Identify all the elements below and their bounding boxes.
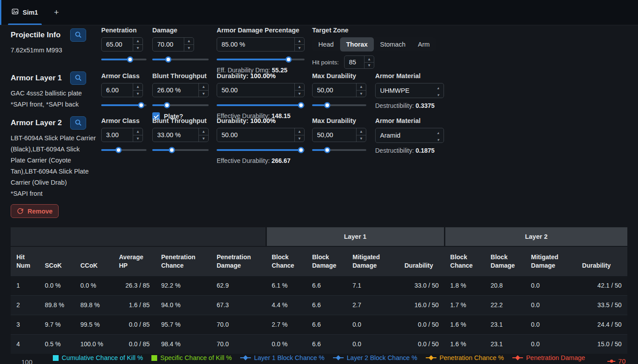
layer2-max-durability-input[interactable]: 50,00 bbox=[312, 128, 366, 142]
cell: 98.4 % bbox=[155, 334, 211, 354]
layer2-durability-spinner[interactable] bbox=[294, 128, 304, 142]
layer2-armor-class-slider[interactable] bbox=[101, 146, 147, 153]
cell: 4.4 % bbox=[266, 295, 306, 315]
col-l2-mitigated-damage: Mitigated Damage bbox=[525, 246, 576, 276]
layer2-armor-class-input[interactable]: 3.00 bbox=[101, 128, 143, 142]
damage-label: Damage bbox=[152, 27, 209, 35]
remove-layer2-button[interactable]: Remove bbox=[11, 204, 59, 218]
layer1-durability-slider[interactable] bbox=[217, 102, 305, 108]
slider-thumb[interactable] bbox=[285, 56, 292, 63]
armor-damage-slider[interactable] bbox=[217, 56, 305, 63]
layer2-material-select[interactable]: Aramid bbox=[375, 128, 444, 143]
layer1-armor-class-input[interactable]: 6.00 bbox=[101, 83, 143, 97]
layer1-search-button[interactable] bbox=[70, 71, 86, 85]
layer2-blunt-spinner[interactable] bbox=[198, 128, 208, 142]
slider-thumb[interactable] bbox=[164, 102, 170, 108]
zone-head-button[interactable]: Head bbox=[312, 37, 340, 51]
layer1-durability-value[interactable]: 50.00 bbox=[217, 83, 294, 97]
legend-item-layer2-block[interactable]: Layer 2 Block Chance % bbox=[333, 354, 417, 361]
armor-damage-spinner[interactable] bbox=[294, 38, 304, 51]
slider-thumb[interactable] bbox=[115, 147, 122, 153]
legend-square-marker bbox=[53, 355, 59, 361]
slider-thumb[interactable] bbox=[138, 102, 144, 108]
tab-bar: Sim1 + bbox=[0, 0, 638, 25]
layer2-blunt-label: Blunt Throughput bbox=[152, 117, 209, 125]
layer2-max-durability-slider[interactable] bbox=[312, 146, 366, 153]
layer1-blunt-spinner[interactable] bbox=[198, 83, 208, 97]
layer1-blunt-input[interactable]: 26.00 % bbox=[152, 83, 209, 97]
layer1-max-durability-input[interactable]: 50,00 bbox=[312, 83, 366, 97]
hit-points-spinner[interactable] bbox=[364, 56, 374, 68]
layer2-armor-class-spinner[interactable] bbox=[133, 128, 143, 142]
slider-thumb[interactable] bbox=[127, 56, 133, 63]
chart-legend: Cumulative Chance of Kill % Specific Cha… bbox=[0, 354, 638, 361]
tab-sim1[interactable]: Sim1 bbox=[7, 0, 43, 25]
layer1-blunt-value[interactable]: 26.00 % bbox=[153, 83, 198, 97]
layer1-max-durability-slider[interactable] bbox=[312, 102, 366, 108]
penetration-value[interactable]: 65.00 bbox=[102, 38, 133, 51]
layer2-armor-class-value[interactable]: 3.00 bbox=[102, 128, 133, 142]
damage-spinner[interactable] bbox=[184, 38, 194, 51]
spin-down-icon bbox=[199, 135, 208, 142]
cell: 1.7 % bbox=[444, 295, 485, 315]
spin-up-icon bbox=[357, 128, 366, 135]
legend-label: Penetration Chance % bbox=[440, 354, 504, 361]
destructibility-value: 0.1875 bbox=[416, 147, 435, 154]
hit-points-label: Hit points: bbox=[312, 59, 339, 66]
layer1-durability-spinner[interactable] bbox=[294, 83, 304, 97]
layer1-blunt-slider[interactable] bbox=[152, 102, 209, 108]
slider-thumb[interactable] bbox=[298, 102, 304, 108]
damage-value[interactable]: 70.00 bbox=[153, 38, 184, 51]
legend-item-penetration-chance[interactable]: Penetration Chance % bbox=[426, 354, 504, 361]
spin-down-icon bbox=[357, 91, 366, 97]
zone-arm-button[interactable]: Arm bbox=[412, 37, 436, 51]
slider-thumb[interactable] bbox=[298, 147, 304, 153]
slider-thumb[interactable] bbox=[324, 147, 330, 153]
armor-damage-value[interactable]: 85.00 % bbox=[217, 38, 294, 51]
legend-item-cumulative-kill[interactable]: Cumulative Chance of Kill % bbox=[53, 354, 143, 361]
slider-thumb[interactable] bbox=[169, 147, 175, 153]
layer1-armor-class-slider[interactable] bbox=[101, 102, 147, 108]
armor-layer2-header: Armor Layer 2 bbox=[11, 116, 96, 130]
hit-points-value[interactable]: 85 bbox=[345, 56, 364, 68]
layer1-max-durability-value[interactable]: 50,00 bbox=[313, 83, 356, 97]
damage-input[interactable]: 70.00 bbox=[152, 37, 194, 51]
layer1-material-select[interactable]: UHMWPE bbox=[375, 83, 444, 98]
select-arrows-icon bbox=[437, 83, 439, 98]
armor-damage-input[interactable]: 85.00 % bbox=[217, 37, 305, 51]
layer1-armor-class-spinner[interactable] bbox=[133, 83, 143, 97]
layer2-max-durability-value[interactable]: 50,00 bbox=[313, 128, 356, 142]
layer2-max-durability-spinner[interactable] bbox=[356, 128, 366, 142]
add-tab-button[interactable]: + bbox=[50, 6, 63, 19]
layer2-durability-input[interactable]: 50.00 bbox=[217, 128, 305, 142]
legend-label: Layer 2 Block Chance % bbox=[347, 354, 417, 361]
cell: 89.8 % bbox=[39, 295, 75, 315]
hit-points-input[interactable]: 85 bbox=[344, 55, 374, 69]
damage-slider[interactable] bbox=[152, 56, 209, 63]
projectile-search-button[interactable] bbox=[70, 28, 86, 42]
cell: 0.0 / 85 bbox=[113, 315, 155, 334]
layer2-durability-value[interactable]: 50.00 bbox=[217, 128, 294, 142]
layer2-blunt-input[interactable]: 33.00 % bbox=[152, 128, 209, 142]
col-ccok: CCoK bbox=[75, 246, 113, 276]
legend-item-specific-kill[interactable]: Specific Chance of Kill % bbox=[151, 354, 232, 361]
layer2-search-button[interactable] bbox=[70, 116, 86, 130]
zone-thorax-button[interactable]: Thorax bbox=[340, 37, 374, 51]
layer2-durability-slider[interactable] bbox=[217, 146, 305, 153]
slider-thumb[interactable] bbox=[324, 102, 330, 108]
legend-item-penetration-damage[interactable]: Penetration Damage bbox=[512, 354, 585, 361]
layer1-armor-class-value[interactable]: 6.00 bbox=[102, 83, 133, 97]
layer2-armor-note: *SAPI front bbox=[11, 188, 96, 199]
penetration-slider[interactable] bbox=[101, 56, 147, 63]
layer1-max-durability-spinner[interactable] bbox=[356, 83, 366, 97]
search-icon bbox=[75, 74, 82, 83]
layer1-durability-input[interactable]: 50.00 bbox=[217, 83, 305, 97]
penetration-input[interactable]: 65.00 bbox=[101, 37, 143, 51]
slider-thumb[interactable] bbox=[165, 56, 171, 63]
layer2-blunt-slider[interactable] bbox=[152, 146, 209, 153]
legend-item-layer1-block[interactable]: Layer 1 Block Chance % bbox=[240, 354, 325, 361]
penetration-spinner[interactable] bbox=[133, 38, 143, 51]
zone-stomach-button[interactable]: Stomach bbox=[374, 37, 412, 51]
col-penetration-chance: Penetration Chance bbox=[155, 246, 211, 276]
layer2-blunt-value[interactable]: 33.00 % bbox=[153, 128, 198, 142]
